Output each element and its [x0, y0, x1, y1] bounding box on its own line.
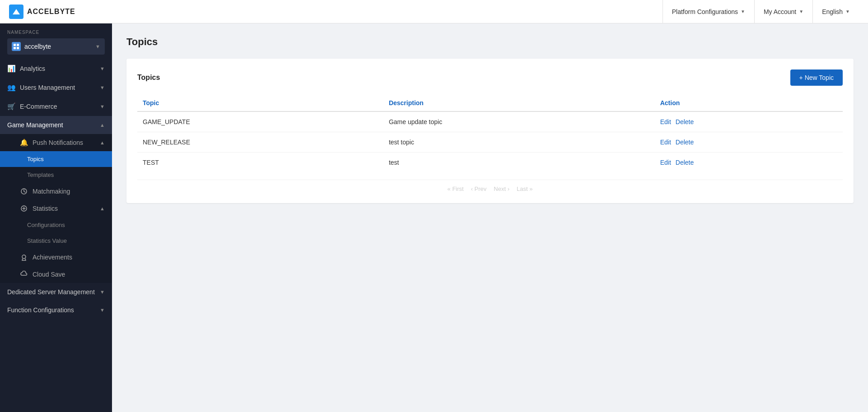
card-title: Topics [137, 74, 160, 82]
delete-button-0[interactable]: Delete [676, 118, 694, 125]
pagination-first[interactable]: « First [448, 185, 464, 192]
achievements-icon [20, 253, 28, 261]
sidebar-item-cloud-save[interactable]: Cloud Save [0, 266, 112, 283]
push-notifications-arrow-icon: ▲ [100, 140, 105, 145]
sidebar-item-templates[interactable]: Templates [0, 167, 112, 183]
namespace-label: NAMESPACE [7, 30, 105, 35]
cloud-save-label: Cloud Save [33, 271, 65, 278]
sidebar-item-statistics[interactable]: Statistics ▲ [0, 200, 112, 217]
cell-description-2: test [383, 153, 655, 173]
game-management-label: Game Management [7, 121, 63, 129]
language-label: English [822, 8, 843, 15]
sidebar-item-matchmaking[interactable]: Matchmaking [0, 183, 112, 200]
svg-rect-2 [17, 44, 19, 46]
sidebar-item-push-notifications[interactable]: 🔔 Push Notifications ▲ [0, 134, 112, 151]
sidebar-item-function-config[interactable]: Function Configurations ▼ [0, 301, 112, 319]
layout: NAMESPACE accelbyte ▼ 📊 Analytics ▼ [0, 23, 868, 412]
push-notifications-label: Push Notifications [33, 139, 83, 146]
col-description: Description [383, 95, 655, 111]
sidebar: NAMESPACE accelbyte ▼ 📊 Analytics ▼ [0, 23, 112, 412]
cell-topic-0: GAME_UPDATE [137, 111, 383, 132]
sidebar-item-configurations[interactable]: Configurations [0, 217, 112, 233]
namespace-chevron-icon: ▼ [95, 44, 100, 49]
card-header: Topics + New Topic [137, 69, 843, 86]
topics-label: Topics [27, 156, 44, 162]
cell-description-0: Game update topic [383, 111, 655, 132]
sidebar-section-analytics: 📊 Analytics ▼ [0, 59, 112, 78]
ecommerce-label: E-Commerce [20, 103, 57, 110]
sidebar-item-analytics[interactable]: 📊 Analytics ▼ [0, 59, 112, 78]
statistics-value-label: Statistics Value [27, 237, 67, 244]
pagination-next[interactable]: Next › [494, 185, 509, 192]
table-row: GAME_UPDATE Game update topic Edit Delet… [137, 111, 843, 132]
pagination: « First ‹ Prev Next › Last » [137, 180, 843, 192]
topics-card: Topics + New Topic Topic Description Act… [126, 59, 854, 203]
statistics-arrow-icon: ▲ [100, 206, 105, 211]
users-arrow-icon: ▼ [100, 85, 105, 90]
my-account-label: My Account [764, 8, 796, 15]
sidebar-item-dedicated-server[interactable]: Dedicated Server Management ▼ [0, 283, 112, 301]
dedicated-server-label: Dedicated Server Management [7, 288, 95, 296]
sidebar-item-ecommerce[interactable]: 🛒 E-Commerce ▼ [0, 97, 112, 116]
analytics-icon: 📊 [7, 65, 15, 73]
sidebar-sub-game-management: 🔔 Push Notifications ▲ Topics Templates [0, 134, 112, 283]
svg-point-7 [22, 255, 26, 259]
table-header: Topic Description Action [137, 95, 843, 111]
edit-button-2[interactable]: Edit [660, 159, 671, 166]
pagination-prev[interactable]: ‹ Prev [471, 185, 487, 192]
cell-topic-2: TEST [137, 153, 383, 173]
matchmaking-label: Matchmaking [33, 188, 70, 195]
col-action: Action [655, 95, 843, 111]
ecommerce-arrow-icon: ▼ [100, 104, 105, 109]
platform-config-label: Platform Configurations [672, 8, 738, 15]
new-topic-button[interactable]: + New Topic [790, 69, 843, 86]
push-notifications-icon: 🔔 [20, 139, 28, 147]
function-config-arrow-icon: ▼ [100, 307, 105, 313]
svg-rect-3 [14, 47, 16, 49]
pagination-last[interactable]: Last » [517, 185, 532, 192]
users-label: Users Management [20, 84, 75, 91]
templates-label: Templates [27, 171, 54, 178]
statistics-icon [20, 204, 28, 213]
statistics-label: Statistics [33, 205, 58, 212]
topics-table: Topic Description Action GAME_UPDATE Gam… [137, 95, 843, 172]
cell-action-2: Edit Delete [655, 153, 843, 173]
logo-icon [9, 5, 23, 19]
matchmaking-icon [20, 187, 28, 195]
namespace-icon [12, 42, 21, 51]
sidebar-section-users: 👥 Users Management ▼ [0, 78, 112, 97]
sidebar-item-statistics-value[interactable]: Statistics Value [0, 233, 112, 249]
cell-topic-1: NEW_RELEASE [137, 132, 383, 153]
delete-button-1[interactable]: Delete [676, 139, 694, 146]
sidebar-section-function-config: Function Configurations ▼ [0, 301, 112, 319]
cell-description-1: test topic [383, 132, 655, 153]
sidebar-item-topics[interactable]: Topics [0, 151, 112, 167]
platform-config-menu[interactable]: Platform Configurations ▼ [663, 0, 754, 23]
cell-action-0: Edit Delete [655, 111, 843, 132]
analytics-arrow-icon: ▼ [100, 66, 105, 71]
function-config-label: Function Configurations [7, 306, 74, 314]
table-row: NEW_RELEASE test topic Edit Delete [137, 132, 843, 153]
sidebar-sub-statistics: Configurations Statistics Value [0, 217, 112, 249]
language-chevron: ▼ [845, 9, 850, 14]
col-topic: Topic [137, 95, 383, 111]
my-account-menu[interactable]: My Account ▼ [754, 0, 812, 23]
achievements-label: Achievements [33, 254, 72, 261]
delete-button-2[interactable]: Delete [676, 159, 694, 166]
table-header-row: Topic Description Action [137, 95, 843, 111]
namespace-section: NAMESPACE accelbyte ▼ [0, 23, 112, 59]
top-nav-right: Platform Configurations ▼ My Account ▼ E… [663, 0, 859, 23]
game-management-arrow-icon: ▲ [100, 122, 105, 128]
top-nav: ACCELBYTE Platform Configurations ▼ My A… [0, 0, 868, 23]
edit-button-1[interactable]: Edit [660, 139, 671, 146]
language-menu[interactable]: English ▼ [812, 0, 859, 23]
namespace-name: accelbyte [24, 43, 92, 50]
sidebar-item-game-management[interactable]: Game Management ▲ [0, 116, 112, 134]
sidebar-item-achievements[interactable]: Achievements [0, 249, 112, 266]
sidebar-item-users[interactable]: 👥 Users Management ▼ [0, 78, 112, 97]
edit-button-0[interactable]: Edit [660, 118, 671, 125]
logo-area: ACCELBYTE [9, 5, 663, 19]
namespace-selector[interactable]: accelbyte ▼ [7, 38, 105, 55]
dedicated-server-arrow-icon: ▼ [100, 289, 105, 295]
table-row: TEST test Edit Delete [137, 153, 843, 173]
